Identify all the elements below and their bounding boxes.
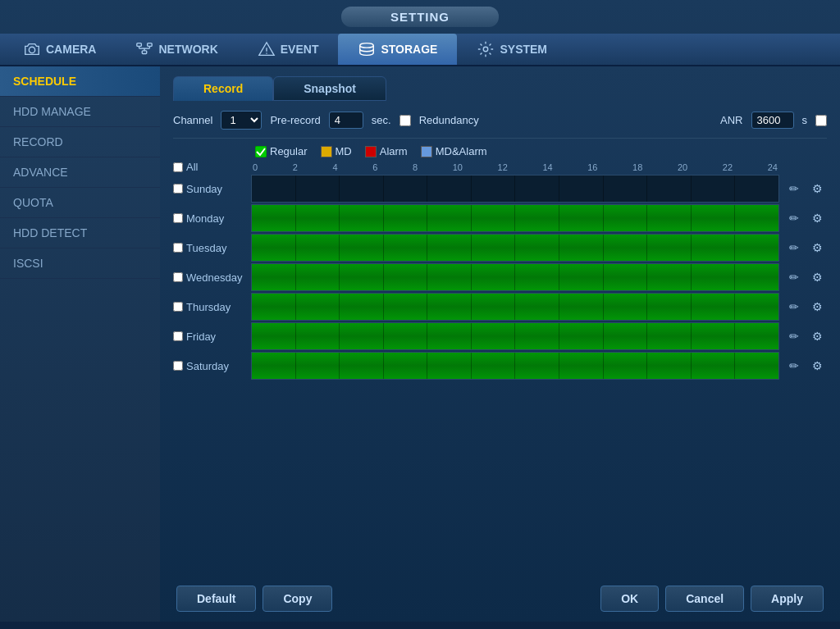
table-row: Wednesday ✏ [173, 263, 827, 291]
monday-gear-btn[interactable]: ⚙ [807, 208, 827, 228]
wednesday-pencil-btn[interactable]: ✏ [784, 267, 804, 287]
channel-label: Channel [173, 114, 212, 126]
cancel-button[interactable]: Cancel [665, 586, 744, 612]
apply-button[interactable]: Apply [751, 586, 824, 612]
sidebar-item-hdd-detect[interactable]: HDD DETECT [0, 218, 160, 248]
window-title: SETTING [341, 7, 499, 27]
legend-alarm: Alarm [365, 145, 408, 157]
sunday-grid[interactable] [251, 175, 779, 203]
default-button[interactable]: Default [176, 586, 256, 612]
legend-regular: Regular [255, 145, 308, 157]
friday-pencil-btn[interactable]: ✏ [784, 326, 804, 346]
sunday-pencil-btn[interactable]: ✏ [784, 179, 804, 198]
friday-gear-btn[interactable]: ⚙ [807, 326, 827, 346]
svg-rect-2 [148, 43, 153, 47]
tuesday-grid-lines [252, 235, 778, 261]
sub-tab-record[interactable]: Record [173, 76, 273, 101]
saturday-gear-btn[interactable]: ⚙ [807, 356, 827, 376]
anr-checkbox[interactable] [815, 115, 827, 126]
main-layout: SCHEDULE HDD MANAGE RECORD ADVANCE QUOTA… [0, 66, 840, 622]
svg-point-9 [266, 52, 267, 53]
sidebar-item-quota[interactable]: QUOTA [0, 188, 160, 218]
right-buttons: OK Cancel Apply [600, 586, 824, 612]
divider [173, 138, 827, 139]
settings-row: Channel 1234 Pre-record sec. Redundancy … [173, 111, 827, 130]
monday-grid[interactable] [251, 204, 779, 232]
wednesday-gear-btn[interactable]: ⚙ [807, 267, 827, 287]
redundancy-checkbox[interactable] [399, 115, 411, 126]
tab-storage-label: STORAGE [381, 43, 437, 56]
prerecord-input[interactable] [329, 112, 363, 129]
friday-actions: ✏ ⚙ [784, 326, 827, 346]
friday-grid-lines [252, 323, 778, 349]
table-row: Monday ✏ [173, 204, 827, 232]
ok-button[interactable]: OK [600, 586, 659, 612]
legend-md-alarm: MD&Alarm [421, 145, 487, 157]
friday-checkbox[interactable] [173, 331, 183, 341]
monday-checkbox[interactable] [173, 213, 183, 223]
sidebar-item-record[interactable]: RECORD [0, 127, 160, 157]
bottom-bar: Default Copy OK Cancel Apply [173, 586, 827, 612]
copy-button[interactable]: Copy [262, 586, 332, 612]
wednesday-actions: ✏ ⚙ [784, 267, 827, 287]
thursday-checkbox[interactable] [173, 302, 183, 312]
table-row: Saturday ✏ [173, 352, 827, 380]
anr-label: ANR [720, 114, 742, 126]
tab-camera[interactable]: CAMERA [3, 34, 116, 65]
storage-icon [358, 40, 376, 58]
table-row: Sunday ✏ ⚙ [173, 175, 827, 203]
sunday-gear-btn[interactable]: ⚙ [807, 179, 827, 198]
saturday-grid[interactable] [251, 352, 779, 380]
thursday-gear-btn[interactable]: ⚙ [807, 297, 827, 317]
sunday-grid-lines [252, 175, 778, 202]
wednesday-checkbox[interactable] [173, 272, 183, 282]
schedule-container: Regular MD Alarm MD&Alarm [173, 145, 827, 612]
monday-actions: ✏ ⚙ [784, 208, 827, 228]
tab-event[interactable]: EVENT [238, 34, 339, 65]
all-checkbox[interactable] [173, 162, 183, 172]
saturday-checkbox[interactable] [173, 361, 183, 371]
sunday-checkbox[interactable] [173, 184, 183, 194]
anr-input[interactable] [751, 112, 794, 129]
channel-select[interactable]: 1234 [221, 111, 262, 130]
table-row: Friday ✏ [173, 322, 827, 350]
svg-point-11 [484, 47, 489, 52]
time-labels: 0 2 4 6 8 10 12 14 16 18 20 22 24 [251, 162, 779, 172]
tab-event-label: EVENT [281, 43, 319, 56]
thursday-grid-lines [252, 294, 778, 320]
alarm-color-box [365, 146, 377, 157]
tab-system-label: SYSTEM [500, 43, 547, 56]
tuesday-pencil-btn[interactable]: ✏ [784, 238, 804, 258]
sidebar-item-iscsi[interactable]: ISCSI [0, 248, 160, 279]
sub-tab-snapshot[interactable]: Snapshot [273, 76, 386, 101]
sidebar-item-advance[interactable]: ADVANCE [0, 157, 160, 188]
thursday-grid[interactable] [251, 293, 779, 321]
tab-system[interactable]: SYSTEM [457, 34, 567, 65]
wednesday-grid[interactable] [251, 263, 779, 291]
md-color-box [321, 146, 332, 157]
svg-point-0 [29, 47, 34, 52]
prerecord-label: Pre-record [270, 114, 320, 126]
tuesday-gear-btn[interactable]: ⚙ [807, 238, 827, 258]
time-header: All 0 2 4 6 8 10 12 14 16 18 20 22 24 [173, 161, 827, 173]
svg-point-10 [360, 43, 374, 48]
redundancy-label: Redundancy [419, 114, 479, 126]
event-icon [258, 40, 276, 58]
monday-grid-lines [252, 205, 778, 231]
tuesday-grid[interactable] [251, 234, 779, 262]
camera-icon [23, 40, 41, 58]
monday-pencil-btn[interactable]: ✏ [784, 208, 804, 228]
tab-storage[interactable]: STORAGE [338, 34, 457, 65]
saturday-pencil-btn[interactable]: ✏ [784, 356, 804, 376]
friday-grid[interactable] [251, 322, 779, 350]
saturday-grid-lines [252, 353, 778, 379]
tab-network-label: NETWORK [158, 43, 217, 56]
sidebar-item-hdd-manage[interactable]: HDD MANAGE [0, 97, 160, 127]
tuesday-checkbox[interactable] [173, 243, 183, 253]
thursday-pencil-btn[interactable]: ✏ [784, 297, 804, 317]
day-rows: Sunday ✏ ⚙ [173, 175, 827, 576]
legend-md: MD [321, 145, 352, 157]
tab-network[interactable]: NETWORK [116, 34, 237, 65]
wednesday-grid-lines [252, 264, 778, 290]
sidebar-item-schedule[interactable]: SCHEDULE [0, 66, 160, 97]
